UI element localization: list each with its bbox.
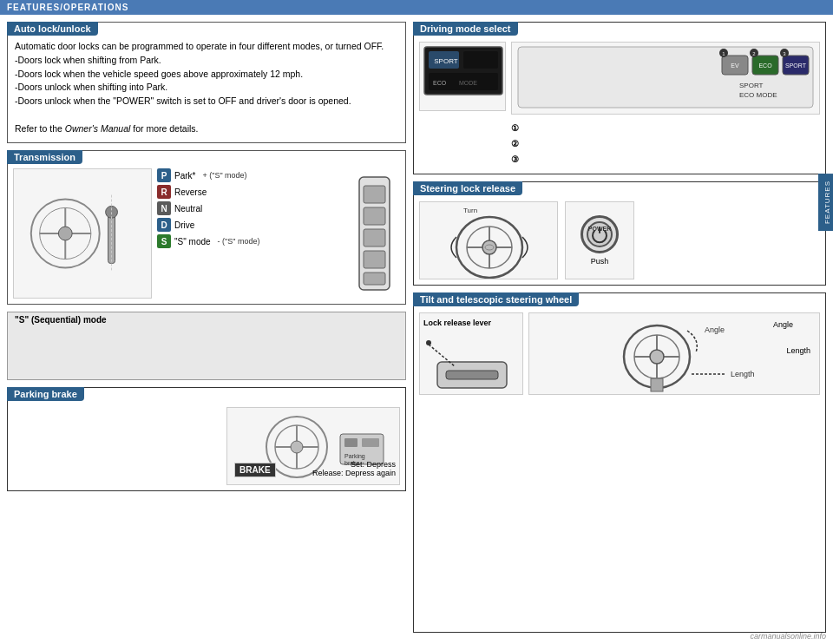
transmission-content: P Park* + ("S" mode) R Reverse N Neutral… xyxy=(8,151,405,304)
release-label: Release: Depress again xyxy=(312,469,396,477)
gear-table: P Park* + ("S" mode) R Reverse N Neutral… xyxy=(157,168,343,299)
gear-badge-S: S xyxy=(157,234,171,248)
svg-rect-20 xyxy=(344,438,357,447)
parking-brake-content: Parking brake BRAKE Set: Depress Release… xyxy=(8,388,405,490)
gear-row-P: P Park* + ("S" mode) xyxy=(157,168,343,182)
transmission-title: Transmission xyxy=(7,150,82,164)
gear-label-D: Drive xyxy=(174,220,194,230)
auto-lock-line-3: -Doors lock when the vehicle speed goes … xyxy=(15,68,398,82)
gear-badge-D: D xyxy=(157,218,171,232)
gear-minus-note: - ("S" mode) xyxy=(218,237,260,246)
auto-lock-section: Auto lock/unlock Automatic door locks ca… xyxy=(7,22,406,143)
gear-shift-diagram xyxy=(13,168,152,299)
left-column: Auto lock/unlock Automatic door locks ca… xyxy=(7,22,406,633)
driving-mode-left-diagram: SPORT ECO MODE SPORT xyxy=(419,42,506,111)
svg-point-51 xyxy=(482,240,496,254)
gear-row-S: S "S" mode - ("S" mode) xyxy=(157,234,343,248)
parking-brake-section: Parking brake Parking xyxy=(7,387,406,491)
svg-rect-12 xyxy=(364,251,385,268)
side-tab: FEATURES xyxy=(818,174,833,231)
svg-text:SPORT: SPORT xyxy=(785,62,807,69)
svg-text:Length: Length xyxy=(731,370,755,378)
shift-diagram xyxy=(348,168,400,299)
driving-mode-content: SPORT ECO MODE SPORT xyxy=(414,23,825,174)
auto-lock-line-2: -Doors lock when shifting from Park. xyxy=(15,54,398,68)
svg-text:ECO: ECO xyxy=(758,62,772,69)
right-column: Driving mode select SPORT ECO MODE SPORT xyxy=(413,22,826,633)
gear-label-N: Neutral xyxy=(174,204,202,214)
svg-text:EV: EV xyxy=(731,62,739,69)
tilt-content: Lock release lever Angle Length xyxy=(414,293,825,400)
svg-text:ECO MODE: ECO MODE xyxy=(739,91,777,99)
driving-mode-section: Driving mode select SPORT ECO MODE SPORT xyxy=(413,22,826,174)
auto-lock-manual-ref: Refer to the Owner's Manual for more det… xyxy=(15,122,398,136)
sport-display-svg: SPORT ECO MODE xyxy=(420,43,506,111)
svg-rect-13 xyxy=(364,273,385,285)
gear-label-P: Park* xyxy=(174,171,195,181)
svg-point-58 xyxy=(426,340,431,345)
svg-text:Angle: Angle xyxy=(705,325,725,334)
svg-text:Parking: Parking xyxy=(344,453,365,460)
lock-lever-diagram: Lock release lever xyxy=(419,312,523,395)
svg-point-18 xyxy=(291,441,303,453)
power-button-diagram: POWER Push xyxy=(565,201,634,279)
main-content: Auto lock/unlock Automatic door locks ca… xyxy=(0,15,833,640)
lock-lever-svg xyxy=(420,327,523,395)
auto-lock-line-5: -Doors unlock when the "POWER" switch is… xyxy=(15,95,398,108)
parking-brake-title: Parking brake xyxy=(7,387,84,401)
page-header: FEATURES/OPERATIONS xyxy=(0,0,833,15)
note-3: ③ xyxy=(511,153,820,167)
gear-row-N: N Neutral xyxy=(157,201,343,215)
shift-svg xyxy=(351,173,398,294)
svg-rect-9 xyxy=(364,186,385,203)
svg-text:MODE: MODE xyxy=(459,80,477,86)
lock-lever-label: Lock release lever xyxy=(423,319,491,327)
driving-mode-buttons-diagram: EV ECO SPORT 1 2 3 SPORT EC xyxy=(511,42,820,115)
auto-lock-content: Automatic door locks can be programmed t… xyxy=(8,23,405,142)
length-label: Length xyxy=(786,346,810,355)
driving-mode-title: Driving mode select xyxy=(413,22,518,36)
svg-text:SPORT: SPORT xyxy=(434,57,458,65)
sequential-section: "S" (Sequential) mode xyxy=(7,312,406,380)
brake-diagram: Parking brake BRAKE Set: Depress Release… xyxy=(226,407,400,485)
gear-badge-P: P xyxy=(157,168,171,182)
angle-label: Angle xyxy=(773,320,793,329)
svg-rect-11 xyxy=(364,229,385,246)
gear-plus-note: + ("S" mode) xyxy=(202,171,246,180)
power-icon: POWER xyxy=(584,219,615,250)
sequential-title: "S" (Sequential) mode xyxy=(8,312,405,327)
svg-text:Turn: Turn xyxy=(463,207,477,214)
driving-notes: ① ② ③ xyxy=(511,122,820,168)
mode-buttons-svg: EV ECO SPORT 1 2 3 SPORT EC xyxy=(512,43,819,112)
header-title: FEATURES/OPERATIONS xyxy=(7,3,128,12)
brake-note: Set: Depress Release: Depress again xyxy=(312,460,396,477)
tilt-title: Tilt and telescopic steering wheel xyxy=(413,292,579,306)
brake-badge: BRAKE xyxy=(234,463,276,477)
watermark: carmanualsonline.info xyxy=(750,632,826,641)
svg-text:ECO: ECO xyxy=(433,80,447,86)
gear-badge-R: R xyxy=(157,185,171,199)
svg-rect-10 xyxy=(364,207,385,225)
svg-rect-56 xyxy=(446,371,498,379)
steering-wheel-diagram: Turn xyxy=(419,201,558,279)
sequential-content xyxy=(8,327,405,379)
auto-lock-line-4: -Doors unlock when shifting into Park. xyxy=(15,81,398,95)
auto-lock-title: Auto lock/unlock xyxy=(7,22,98,36)
gear-row-R: R Reverse xyxy=(157,185,343,199)
svg-rect-21 xyxy=(362,438,379,447)
auto-lock-line-1: Automatic door locks can be programmed t… xyxy=(15,40,398,54)
push-label: Push xyxy=(591,257,609,266)
svg-rect-64 xyxy=(651,378,663,391)
gear-label-R: Reverse xyxy=(174,187,207,197)
transmission-section: Transmission xyxy=(7,150,406,305)
note-2: ② xyxy=(511,137,820,151)
svg-text:SPORT: SPORT xyxy=(739,82,764,89)
gear-badge-N: N xyxy=(157,201,171,215)
power-circle: POWER xyxy=(580,215,619,253)
set-label: Set: Depress xyxy=(312,460,396,469)
steering-lock-section: Steering lock release Turn xyxy=(413,181,826,286)
steering-svg: Turn xyxy=(420,202,558,279)
steering-lock-content: Turn xyxy=(414,182,825,285)
gear-row-D: D Drive xyxy=(157,218,343,232)
svg-point-63 xyxy=(650,350,664,364)
